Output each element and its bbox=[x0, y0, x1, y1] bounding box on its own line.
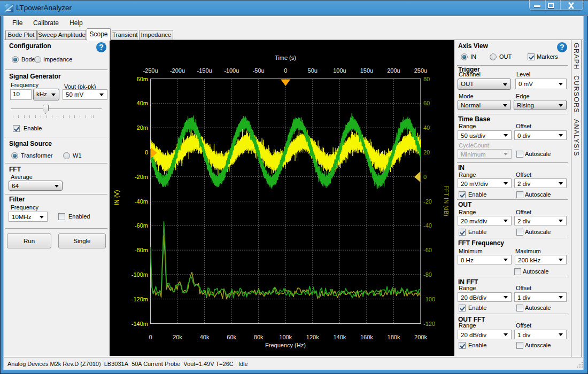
svg-text:Frequency (Hz): Frequency (Hz) bbox=[265, 342, 306, 348]
svg-text:100k: 100k bbox=[279, 334, 292, 340]
svg-text:FFT IN (dB): FFT IN (dB) bbox=[443, 185, 450, 216]
svg-text:150u: 150u bbox=[360, 67, 373, 74]
svg-text:80: 80 bbox=[423, 76, 430, 82]
svg-text:-80: -80 bbox=[423, 271, 432, 278]
svg-text:IN (V): IN (V) bbox=[113, 190, 120, 206]
svg-text:60k: 60k bbox=[227, 334, 236, 340]
svg-text:20m: 20m bbox=[137, 124, 148, 131]
svg-text:-50u: -50u bbox=[253, 67, 265, 74]
svg-text:200k: 200k bbox=[414, 334, 427, 340]
svg-text:140k: 140k bbox=[333, 334, 346, 340]
svg-text:0: 0 bbox=[284, 67, 287, 74]
svg-text:-40: -40 bbox=[423, 222, 432, 229]
svg-text:-140m: -140m bbox=[131, 321, 148, 327]
svg-text:40m: 40m bbox=[137, 100, 148, 106]
svg-text:60m: 60m bbox=[137, 76, 148, 82]
svg-text:-150u: -150u bbox=[197, 67, 212, 74]
svg-text:-60: -60 bbox=[423, 247, 432, 253]
svg-text:80k: 80k bbox=[254, 334, 264, 340]
svg-text:-40m: -40m bbox=[135, 198, 148, 205]
svg-text:-80m: -80m bbox=[135, 247, 148, 253]
svg-text:20k: 20k bbox=[173, 334, 182, 340]
svg-text:160k: 160k bbox=[360, 334, 373, 340]
svg-text:0: 0 bbox=[423, 174, 427, 180]
svg-text:180k: 180k bbox=[388, 334, 400, 340]
svg-text:20: 20 bbox=[423, 149, 430, 155]
svg-text:-60m: -60m bbox=[135, 222, 148, 229]
svg-text:100u: 100u bbox=[333, 67, 346, 74]
svg-text:-20: -20 bbox=[423, 198, 432, 205]
svg-text:200u: 200u bbox=[387, 67, 400, 74]
svg-text:-20m: -20m bbox=[135, 174, 148, 180]
svg-text:250u: 250u bbox=[414, 67, 427, 74]
svg-text:60: 60 bbox=[423, 100, 430, 106]
svg-text:-100m: -100m bbox=[131, 271, 148, 278]
svg-text:-200u: -200u bbox=[170, 67, 185, 74]
svg-text:-100u: -100u bbox=[224, 67, 239, 74]
svg-text:0: 0 bbox=[149, 334, 152, 340]
svg-text:-120m: -120m bbox=[131, 296, 148, 302]
svg-text:40k: 40k bbox=[200, 334, 210, 340]
svg-text:-120: -120 bbox=[423, 321, 435, 327]
svg-text:0: 0 bbox=[145, 149, 148, 155]
svg-text:-100: -100 bbox=[423, 296, 435, 302]
svg-text:50u: 50u bbox=[308, 67, 318, 74]
svg-text:-250u: -250u bbox=[143, 67, 158, 74]
svg-text:120k: 120k bbox=[306, 334, 319, 340]
svg-text:40: 40 bbox=[423, 124, 430, 131]
svg-text:Time (s): Time (s) bbox=[275, 54, 296, 61]
